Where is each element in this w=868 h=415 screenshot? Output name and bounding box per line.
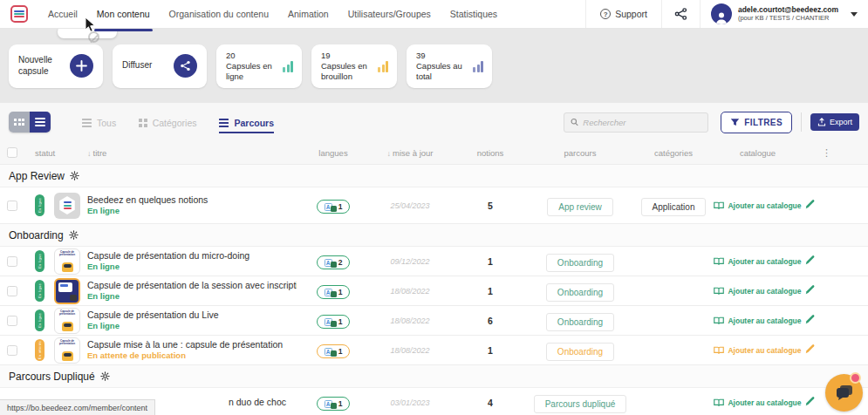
notions-count: 1 (488, 286, 493, 296)
add-to-catalogue-label: Ajouter au catalogue (728, 316, 801, 325)
list-view-button[interactable] (30, 112, 51, 133)
edit-button[interactable] (804, 198, 816, 214)
parcours-cell: Onboarding (546, 343, 614, 358)
translate-icon-secondary (331, 262, 337, 268)
add-to-catalogue-link[interactable]: Ajouter au catalogue (714, 257, 801, 266)
row-checkbox[interactable] (7, 345, 17, 356)
pencil-icon (804, 199, 816, 210)
book-icon (714, 398, 724, 407)
tab-cat-gories[interactable]: Catégories (139, 118, 196, 133)
pencil-icon (804, 344, 816, 355)
diffuse-button[interactable]: Diffuser (113, 44, 207, 88)
diffuse-label: Diffuser (122, 60, 171, 71)
table-row[interactable]: En attente Capsule de présentation Capsu… (0, 336, 868, 365)
tab-tous[interactable]: Tous (82, 118, 116, 133)
support-button[interactable]: ? Support (585, 0, 662, 28)
parcours-chip[interactable]: Onboarding (546, 343, 614, 361)
account-menu[interactable]: adele.courtot@beedeez.com (pour KB / TES… (701, 3, 858, 24)
nav-item-label: Utilisateurs/Groupes (348, 9, 431, 19)
section-gear-button[interactable] (70, 171, 79, 180)
main-nav: AccueilMon contenuOrganisation du conten… (38, 0, 507, 28)
grid-view-button[interactable] (9, 112, 30, 133)
category-chip[interactable]: Application (641, 198, 707, 216)
grid-view-icon (14, 119, 24, 126)
content-toolbar: Tous Catégories Parcours FILTRES Export (0, 103, 868, 141)
nav-item-utilisateurs-groupes[interactable]: Utilisateurs/Groupes (338, 0, 441, 28)
add-to-catalogue-link[interactable]: Ajouter au catalogue (714, 287, 801, 296)
edit-button[interactable] (804, 254, 816, 269)
row-checkbox[interactable] (7, 201, 17, 211)
languages-cell: A 1 (317, 394, 350, 412)
row-checkbox[interactable] (7, 256, 17, 267)
edit-button[interactable] (804, 395, 816, 411)
add-to-catalogue-link[interactable]: Ajouter au catalogue (714, 316, 801, 325)
section-header: Onboarding (0, 224, 868, 247)
filters-label: FILTRES (744, 118, 783, 127)
nav-item-statistiques[interactable]: Statistiques (441, 0, 507, 28)
capsule-thumbnail (54, 193, 80, 219)
capsule-title[interactable]: Beedeez en quelques notions (87, 194, 297, 206)
parcours-chip[interactable]: Parcours dupliqué (534, 395, 627, 413)
capsule-title[interactable]: Capsule de présentation du micro-doing (87, 250, 297, 262)
capsule-status-text: En attente de publication (87, 350, 297, 361)
table-row[interactable]: En ligne Capsule de présentation Capsule… (0, 247, 868, 276)
filters-button[interactable]: FILTRES (721, 112, 792, 133)
edit-button[interactable] (804, 283, 816, 299)
header-mise-a-jour[interactable]: ↓mise à jour (387, 148, 434, 158)
parcours-chip[interactable]: Onboarding (546, 254, 614, 272)
nav-item-label: Statistiques (450, 9, 497, 19)
add-to-catalogue-link[interactable]: Ajouter au catalogue (714, 346, 801, 355)
capsule-title[interactable]: Capsule de présentation de la session av… (87, 280, 297, 291)
capsule-title[interactable]: n duo de choc (229, 397, 297, 408)
add-to-catalogue-link[interactable]: Ajouter au catalogue (714, 398, 801, 407)
add-to-catalogue-link[interactable]: Ajouter au catalogue (714, 201, 801, 210)
column-menu-icon[interactable]: ⋮ (822, 147, 865, 159)
stat-card[interactable]: 19Capsules en brouillon (311, 44, 397, 88)
languages-cell: A 1 (317, 342, 350, 359)
table-row[interactable]: En ligne Capsule de présentation Capsule… (0, 306, 868, 336)
table-row[interactable]: En ligne Beedeez en quelques notions En … (0, 187, 868, 224)
section-gear-button[interactable] (69, 230, 79, 240)
title-cell: Beedeez en quelques notions En ligne (87, 194, 297, 216)
parcours-chip[interactable]: Onboarding (546, 283, 614, 302)
row-checkbox[interactable] (7, 316, 17, 326)
edit-button[interactable] (804, 343, 816, 358)
parcours-cell: Onboarding (546, 283, 614, 299)
share-network-button[interactable] (662, 0, 701, 28)
bar-chart-icon (378, 60, 388, 72)
header-titre[interactable]: ↓titre (87, 148, 297, 158)
capsule-status-text: En ligne (87, 206, 297, 216)
title-cell: Capsule de présentation du Live En ligne (87, 310, 297, 331)
new-capsule-button[interactable]: Nouvelle capsule (9, 44, 103, 88)
nav-item-animation[interactable]: Animation (278, 0, 338, 28)
translate-icon-secondary (331, 321, 337, 327)
languages-badge: A 1 (317, 344, 350, 358)
row-checkbox[interactable] (7, 286, 17, 296)
pencil-icon (804, 255, 816, 266)
table-row[interactable]: En ligne Capsule de présentation de la s… (0, 276, 868, 306)
parcours-chip[interactable]: Onboarding (546, 313, 614, 331)
tab-parcours[interactable]: Parcours (219, 118, 274, 133)
edit-button[interactable] (804, 313, 816, 329)
stat-value: 39 (416, 51, 473, 60)
nav-item-mon-contenu[interactable]: Mon contenu (87, 0, 160, 28)
stat-text: 39Capsules au total (416, 51, 473, 81)
search-input[interactable] (583, 118, 701, 127)
stat-card[interactable]: 20Capsules en ligne (216, 44, 302, 88)
list-view-icon (35, 118, 45, 126)
nav-item-accueil[interactable]: Accueil (38, 0, 87, 28)
capsule-title[interactable]: Capsule de présentation du Live (87, 310, 297, 321)
chat-bubbles-icon (835, 384, 854, 402)
gear-icon (69, 230, 79, 240)
export-button[interactable]: Export (810, 113, 859, 131)
select-all-checkbox[interactable] (7, 147, 17, 158)
capsule-title[interactable]: Capsule mise à la une : capsule de prése… (87, 339, 297, 350)
nav-item-organisation-du-contenu[interactable]: Organisation du contenu (160, 0, 278, 28)
parcours-chip[interactable]: App review (547, 198, 612, 216)
beedeez-logo-icon[interactable] (10, 5, 28, 23)
account-text: adele.courtot@beedeez.com (pour KB / TES… (738, 6, 838, 22)
chevron-down-icon (851, 12, 858, 17)
stat-card[interactable]: 39Capsules au total (407, 44, 492, 88)
section-gear-button[interactable] (100, 371, 110, 381)
chat-widget-button[interactable] (825, 374, 863, 412)
